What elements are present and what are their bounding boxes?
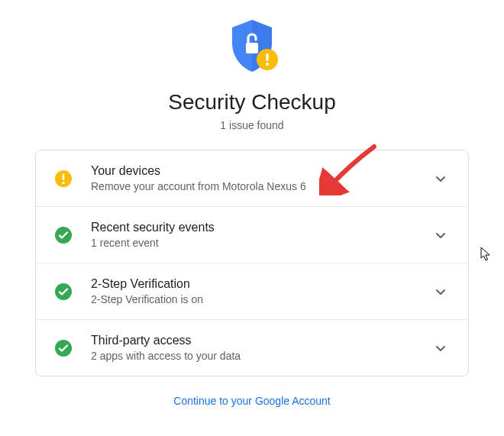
svg-rect-2 (266, 53, 268, 61)
page-title: Security Checkup (168, 90, 335, 115)
svg-point-3 (266, 63, 269, 66)
chevron-down-icon (431, 283, 450, 301)
row-recent-security-events[interactable]: Recent security events 1 recent event (36, 207, 468, 263)
chevron-down-icon (431, 170, 450, 188)
ok-status-icon (54, 283, 73, 301)
row-content: Third-party access 2 apps with access to… (91, 334, 431, 362)
row-content: Recent security events 1 recent event (91, 221, 431, 249)
row-title: Your devices (91, 164, 431, 178)
row-subtitle: 2-Step Verification is on (91, 293, 431, 305)
row-content: 2-Step Verification 2-Step Verification … (91, 277, 431, 305)
warning-status-icon (54, 170, 73, 188)
security-checkup-container: Security Checkup 1 issue found Your devi… (0, 0, 504, 407)
chevron-down-icon (431, 339, 450, 357)
svg-rect-0 (246, 43, 258, 53)
svg-rect-5 (63, 173, 65, 180)
row-title: Third-party access (91, 334, 431, 347)
row-third-party-access[interactable]: Third-party access 2 apps with access to… (36, 320, 468, 376)
page-subtitle: 1 issue found (220, 119, 283, 131)
row-your-devices[interactable]: Your devices Remove your account from Mo… (36, 150, 468, 207)
row-subtitle: Remove your account from Motorola Nexus … (91, 180, 431, 192)
ok-status-icon (54, 226, 73, 244)
ok-status-icon (54, 339, 73, 357)
continue-link[interactable]: Continue to your Google Account (173, 395, 330, 407)
row-content: Your devices Remove your account from Mo… (91, 164, 431, 192)
row-title: 2-Step Verification (91, 277, 431, 291)
security-shield-icon (221, 15, 283, 76)
row-2-step-verification[interactable]: 2-Step Verification 2-Step Verification … (36, 263, 468, 320)
checkup-card: Your devices Remove your account from Mo… (35, 150, 469, 376)
row-subtitle: 2 apps with access to your data (91, 350, 431, 362)
row-title: Recent security events (91, 221, 431, 234)
row-subtitle: 1 recent event (91, 237, 431, 249)
chevron-down-icon (431, 226, 450, 244)
svg-point-6 (62, 181, 64, 183)
